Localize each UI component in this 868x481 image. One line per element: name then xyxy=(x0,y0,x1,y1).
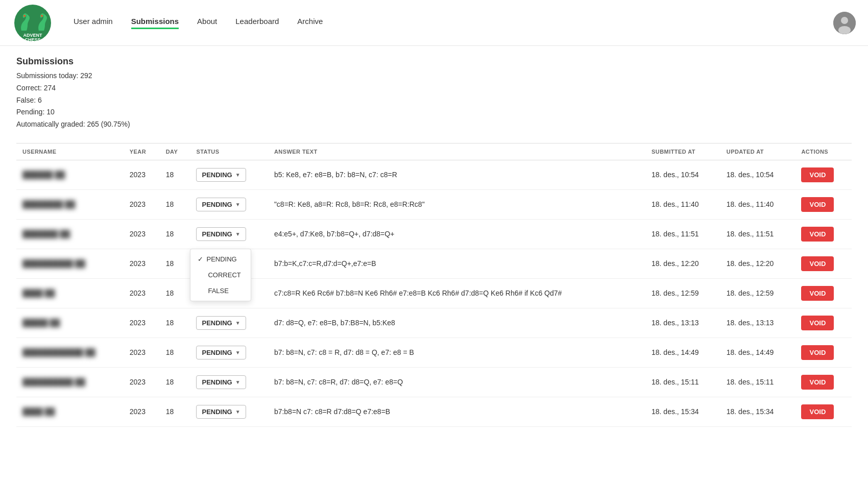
table-header-row: USERNAME YEAR DAY STATUS ANSWER TEXT SUB… xyxy=(16,143,852,160)
cell-username: ████ ██ xyxy=(16,397,124,426)
cell-actions: VOID xyxy=(795,160,852,189)
cell-submitted-at: 18. des., 10:54 xyxy=(645,160,720,189)
cell-username: ████████ ██ xyxy=(16,189,124,219)
col-actions: ACTIONS xyxy=(795,143,852,160)
user-avatar-area[interactable] xyxy=(833,12,856,34)
cell-day: 18 xyxy=(160,160,190,189)
cell-username: ███████ ██ xyxy=(16,219,124,249)
status-label: PENDING xyxy=(202,319,232,327)
void-button[interactable]: VOID xyxy=(801,197,834,212)
cell-answer: b7: b8=N, c7: c8=R, d7: d8=Q, e7: e8=Q xyxy=(268,367,645,397)
cell-answer: b7:b=K,c7:c=R,d7:d=Q+,e7:e=B xyxy=(268,249,645,278)
chevron-down-icon: ▼ xyxy=(235,320,240,326)
nav-about[interactable]: About xyxy=(197,17,217,29)
cell-username: ████████████ ██ xyxy=(16,338,124,367)
cell-year: 2023 xyxy=(124,338,160,367)
void-button[interactable]: VOID xyxy=(801,404,834,419)
void-button[interactable]: VOID xyxy=(801,316,834,330)
table-row: ████████ ██202318PENDING▼"c8=R: Ke8, a8=… xyxy=(16,189,852,219)
dropdown-option-correct[interactable]: CORRECT xyxy=(190,267,251,283)
dropdown-option-pending[interactable]: PENDING xyxy=(190,251,251,267)
col-submitted-at: SUBMITTED AT xyxy=(645,143,720,160)
table-row: ██████████ ██202318PENDING▼b7: b8=N, c7:… xyxy=(16,367,852,397)
cell-actions: VOID xyxy=(795,338,852,367)
status-dropdown-button[interactable]: PENDING▼ xyxy=(196,346,246,359)
col-year: YEAR xyxy=(124,143,160,160)
void-button[interactable]: VOID xyxy=(801,167,834,182)
username-text: ██████████ ██ xyxy=(22,259,85,268)
cell-status: PENDING▼PENDINGCORRECTFALSE xyxy=(190,219,268,249)
chevron-down-icon: ▼ xyxy=(235,350,240,355)
table-row: ████ ██202318PENDING▼c7:c8=R Ke6 Rc6# b7… xyxy=(16,278,852,308)
stats-line-2: Correct: 274 xyxy=(16,82,852,94)
status-dropdown-button[interactable]: PENDING▼ xyxy=(196,375,246,389)
cell-answer: c7:c8=R Ke6 Rc6# b7:b8=N Ke6 Rh6# e7:e8=… xyxy=(268,278,645,308)
table-row: ████ ██202318PENDING▼b7:b8=N c7: c8=R d7… xyxy=(16,397,852,426)
logo-area[interactable]: ADVENT CHESS xyxy=(12,3,53,43)
submissions-table-wrapper: USERNAME YEAR DAY STATUS ANSWER TEXT SUB… xyxy=(16,143,852,427)
chevron-down-icon: ▼ xyxy=(235,172,240,178)
col-username: USERNAME xyxy=(16,143,124,160)
main-content: Submissions Submissions today: 292 Corre… xyxy=(0,46,868,437)
dropdown-option-false[interactable]: FALSE xyxy=(190,283,251,299)
status-dropdown-button[interactable]: PENDING▼ xyxy=(196,168,246,182)
cell-answer: b7:b8=N c7: c8=R d7:d8=Q e7:e8=B xyxy=(268,397,645,426)
chevron-down-icon: ▼ xyxy=(235,379,240,385)
nav-submissions[interactable]: Submissions xyxy=(131,17,179,29)
cell-updated-at: 18. des., 12:59 xyxy=(720,278,795,308)
table-row: ████████████ ██202318PENDING▼b7: b8=N, c… xyxy=(16,338,852,367)
status-dropdown-button[interactable]: PENDING▼ xyxy=(196,227,246,241)
cell-updated-at: 18. des., 14:49 xyxy=(720,338,795,367)
cell-submitted-at: 18. des., 12:59 xyxy=(645,278,720,308)
cell-username: ████ ██ xyxy=(16,278,124,308)
chevron-down-icon: ▼ xyxy=(235,202,240,207)
cell-day: 18 xyxy=(160,338,190,367)
void-button[interactable]: VOID xyxy=(801,227,834,242)
cell-updated-at: 18. des., 11:40 xyxy=(720,189,795,219)
cell-submitted-at: 18. des., 13:13 xyxy=(645,308,720,338)
cell-status: PENDING▼ xyxy=(190,338,268,367)
cell-actions: VOID xyxy=(795,367,852,397)
status-dropdown-menu: PENDINGCORRECTFALSE xyxy=(190,249,251,301)
avatar[interactable] xyxy=(833,12,856,34)
username-text: ██████████ ██ xyxy=(22,378,85,386)
cell-status: PENDING▼ xyxy=(190,397,268,426)
void-button[interactable]: VOID xyxy=(801,256,834,271)
nav-leaderboard[interactable]: Leaderboard xyxy=(235,17,279,29)
status-dropdown-button[interactable]: PENDING▼ xyxy=(196,316,246,330)
status-label: PENDING xyxy=(202,378,232,386)
svg-point-1 xyxy=(23,15,26,17)
col-answer-text: ANSWER TEXT xyxy=(268,143,645,160)
cell-year: 2023 xyxy=(124,160,160,189)
col-updated-at: UPDATED AT xyxy=(720,143,795,160)
cell-day: 18 xyxy=(160,278,190,308)
cell-username: ██████████ ██ xyxy=(16,249,124,278)
cell-status: PENDING▼ xyxy=(190,308,268,338)
cell-answer: b7: b8=N, c7: c8 = R, d7: d8 = Q, e7: e8… xyxy=(268,338,645,367)
cell-updated-at: 18. des., 12:20 xyxy=(720,249,795,278)
cell-updated-at: 18. des., 15:34 xyxy=(720,397,795,426)
void-button[interactable]: VOID xyxy=(801,286,834,301)
cell-year: 2023 xyxy=(124,308,160,338)
cell-actions: VOID xyxy=(795,249,852,278)
cell-answer: b5: Ke8, e7: e8=B, b7: b8=N, c7: c8=R xyxy=(268,160,645,189)
cell-username: ██████ ██ xyxy=(16,160,124,189)
svg-point-7 xyxy=(838,26,851,34)
nav-archive[interactable]: Archive xyxy=(297,17,323,29)
cell-day: 18 xyxy=(160,397,190,426)
void-button[interactable]: VOID xyxy=(801,375,834,390)
cell-year: 2023 xyxy=(124,189,160,219)
nav-user-admin[interactable]: User admin xyxy=(74,17,113,29)
cell-day: 18 xyxy=(160,219,190,249)
cell-answer: "c8=R: Ke8, a8=R: Rc8, b8=R: Rc8, e8=R:R… xyxy=(268,189,645,219)
username-text: ██████ ██ xyxy=(22,171,65,179)
void-button[interactable]: VOID xyxy=(801,345,834,360)
status-label: PENDING xyxy=(202,171,232,179)
svg-point-2 xyxy=(41,15,43,17)
cell-updated-at: 18. des., 11:51 xyxy=(720,219,795,249)
status-dropdown-button[interactable]: PENDING▼ xyxy=(196,405,246,419)
table-row: ██████████ ██202318PENDING▼b7:b=K,c7:c=R… xyxy=(16,249,852,278)
status-dropdown-button[interactable]: PENDING▼ xyxy=(196,198,246,211)
cell-username: █████ ██ xyxy=(16,308,124,338)
cell-submitted-at: 18. des., 12:20 xyxy=(645,249,720,278)
